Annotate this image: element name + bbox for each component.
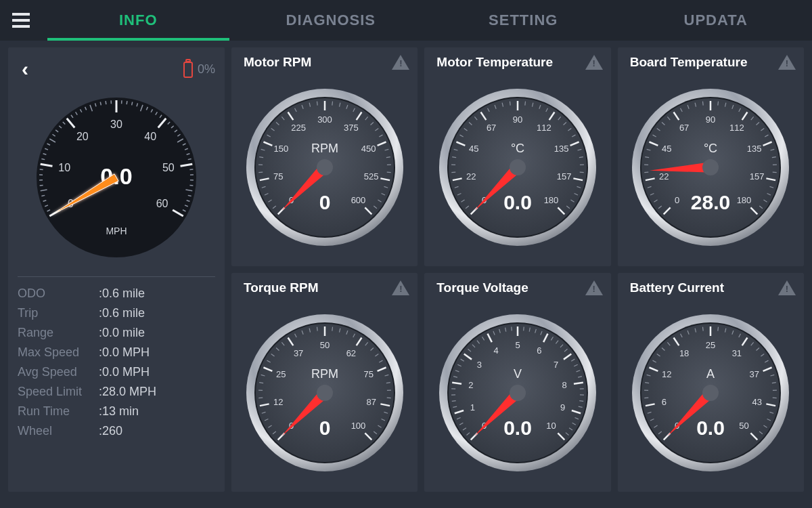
svg-text:62: 62: [346, 347, 355, 358]
svg-text:0: 0: [319, 191, 330, 213]
gauge: 012253750627587100RPM0: [244, 312, 406, 474]
back-button[interactable]: ‹: [18, 58, 32, 81]
svg-text:0: 0: [319, 417, 330, 439]
svg-line-153: [510, 101, 510, 105]
svg-line-98: [332, 101, 332, 105]
gauge-title: Torque Voltage: [436, 280, 528, 295]
warning-icon[interactable]: [392, 55, 409, 70]
svg-text:31: 31: [732, 347, 742, 358]
svg-rect-0: [186, 60, 190, 62]
gauge: 0612182531374350A0.0: [629, 312, 792, 474]
tab-info[interactable]: INFO: [42, 0, 235, 41]
stat-key: Max Speed: [18, 343, 99, 362]
stat-key: Trip: [18, 303, 99, 323]
svg-text:600: 600: [351, 195, 365, 205]
svg-point-243: [702, 159, 719, 175]
svg-text:°C: °C: [511, 142, 524, 155]
stat-value: :0.0 MPH: [99, 343, 215, 362]
svg-text:87: 87: [366, 396, 376, 406]
svg-line-212: [718, 101, 719, 105]
svg-text:8: 8: [562, 380, 567, 390]
svg-text:2: 2: [468, 380, 473, 390]
svg-text:75: 75: [273, 171, 283, 181]
svg-line-9: [40, 185, 43, 186]
stat-key: Run Time: [18, 402, 99, 421]
svg-text:6: 6: [662, 396, 667, 406]
svg-point-300: [317, 385, 333, 401]
gauge-title: Board Temperature: [630, 55, 748, 70]
svg-text:180: 180: [737, 195, 752, 205]
warning-icon[interactable]: [778, 280, 796, 295]
battery-pct: 0%: [198, 62, 215, 77]
svg-text:157: 157: [557, 171, 572, 181]
stat-unit: MPH: [129, 385, 156, 398]
stat-value: :0.0 mile: [99, 323, 215, 343]
stat-key: ODO: [18, 284, 99, 303]
svg-text:300: 300: [317, 114, 332, 125]
stat-key: Wheel: [18, 421, 99, 441]
left-panel: ‹ 0% 01020304050600.0MPH ODO:0.6 mileTri…: [8, 47, 225, 492]
svg-text:180: 180: [544, 195, 559, 205]
stat-unit: MPH: [122, 365, 150, 379]
battery-status: 0%: [183, 60, 215, 79]
stat-key: Speed Limit: [18, 382, 99, 402]
stat-value: :0.6 mile: [99, 284, 215, 303]
gauge: 012345678910V0.0: [436, 312, 599, 474]
svg-text:112: 112: [729, 122, 744, 132]
gauge: 022456790112135157180°C28.0: [629, 86, 792, 249]
stat-value: :13 min: [99, 402, 215, 421]
svg-text:MPH: MPH: [106, 226, 127, 236]
tab-setting[interactable]: SETTING: [427, 0, 620, 41]
svg-text:20: 20: [76, 131, 89, 142]
stat-unit: mile: [122, 287, 145, 300]
warning-icon[interactable]: [392, 280, 409, 295]
svg-text:75: 75: [363, 369, 373, 379]
svg-text:0: 0: [675, 195, 679, 205]
svg-text:50: 50: [162, 162, 175, 173]
stat-unit: min: [119, 404, 139, 418]
warning-icon[interactable]: [778, 55, 796, 70]
stat-row: Avg Speed:0.0 MPH: [18, 362, 215, 382]
svg-text:10: 10: [546, 421, 556, 431]
gauge-title: Motor Temperature: [436, 55, 553, 70]
svg-text:30: 30: [110, 119, 122, 130]
tab-diagnosis[interactable]: DIAGNOSIS: [235, 0, 428, 41]
svg-text:25: 25: [276, 369, 286, 379]
svg-line-269: [332, 326, 332, 331]
svg-text:90: 90: [706, 114, 715, 125]
menu-icon[interactable]: [0, 0, 42, 41]
svg-text:22: 22: [466, 171, 476, 181]
svg-text:A: A: [706, 367, 715, 381]
svg-point-186: [510, 159, 526, 175]
svg-text:50: 50: [740, 421, 749, 431]
svg-line-57: [189, 185, 193, 186]
svg-line-329: [512, 326, 512, 331]
svg-text:40: 40: [144, 131, 156, 142]
top-bar: INFO DIAGNOSIS SETTING UPDATA: [0, 0, 812, 41]
svg-text:V: V: [514, 367, 522, 381]
svg-text:450: 450: [361, 144, 376, 154]
svg-line-35: [127, 101, 127, 104]
svg-text:45: 45: [469, 144, 478, 154]
svg-text:100: 100: [351, 421, 365, 431]
svg-text:1: 1: [470, 402, 475, 412]
svg-text:28.0: 28.0: [691, 191, 730, 213]
svg-text:6: 6: [537, 345, 541, 355]
svg-text:45: 45: [662, 144, 671, 154]
svg-text:0.0: 0.0: [503, 417, 532, 439]
stat-row: Speed Limit:28.0 MPH: [18, 382, 215, 402]
stat-row: Max Speed:0.0 MPH: [18, 343, 215, 362]
gauge: 075150225300375450525600RPM0: [244, 86, 406, 249]
stat-row: Range:0.0 mile: [18, 323, 215, 343]
warning-icon[interactable]: [585, 55, 603, 70]
warning-icon[interactable]: [585, 280, 603, 295]
svg-text:10: 10: [58, 162, 70, 173]
svg-text:135: 135: [554, 144, 569, 154]
svg-text:RPM: RPM: [311, 142, 338, 155]
tab-bar: INFO DIAGNOSIS SETTING UPDATA: [42, 0, 812, 41]
svg-text:12: 12: [273, 396, 283, 406]
svg-text:37: 37: [750, 369, 759, 379]
tab-updata[interactable]: UPDATA: [620, 0, 813, 41]
stat-unit: MPH: [122, 345, 150, 359]
svg-line-30: [100, 102, 101, 105]
